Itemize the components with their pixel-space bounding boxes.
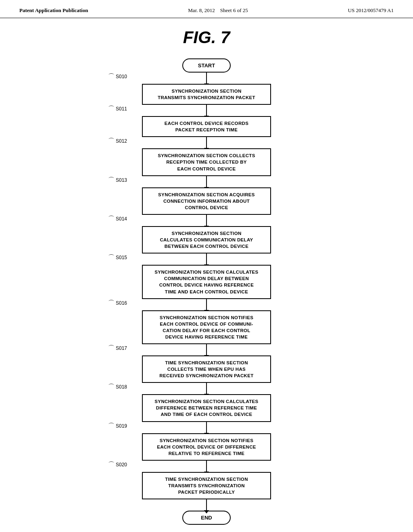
arrow-to-s011: ⌒ S011	[0, 105, 413, 116]
step-s017: TIME SYNCHRONIZATION SECTION COLLECTS TI…	[142, 355, 271, 383]
arrow-to-s013: ⌒ S013	[0, 176, 413, 187]
step-tag-s016: ⌒ S016	[108, 300, 127, 306]
arrow-to-s020: ⌒ S020	[0, 461, 413, 472]
step-tag-s011: ⌒ S011	[108, 106, 127, 112]
arrow-to-s017: ⌒ S017	[0, 344, 413, 355]
step-tag-s020: ⌒ S020	[108, 461, 127, 468]
arrow-to-s010: ⌒ S010	[0, 73, 413, 84]
step-s019: SYNCHRONIZATION SECTION NOTIFIES EACH CO…	[142, 433, 271, 461]
header-patent-number: US 2012/0057479 A1	[348, 7, 394, 14]
step-s020: TIME SYNCHRONIZATION SECTION TRANSMITS S…	[142, 472, 271, 499]
page-header: Patent Application Publication Mar. 8, 2…	[0, 0, 413, 18]
step-tag-s010: ⌒ S010	[108, 73, 127, 80]
step-tag-s017: ⌒ S017	[108, 345, 127, 351]
arrow-to-end	[0, 499, 413, 511]
step-tag-s018: ⌒ S018	[108, 384, 127, 390]
header-date-sheet: Mar. 8, 2012 Sheet 6 of 25	[188, 7, 248, 14]
arrow-to-s012: ⌒ S012	[0, 137, 413, 148]
step-tag-s014: ⌒ S014	[108, 216, 127, 222]
step-s011: EACH CONTROL DEVICE RECORDS PACKET RECEP…	[142, 116, 271, 137]
step-tag-s015: ⌒ S015	[108, 254, 127, 261]
step-s012: SYNCHRONIZATION SECTION COLLECTS RECEPTI…	[142, 148, 271, 176]
start-terminal: START	[182, 58, 231, 73]
arrow-to-s014: ⌒ S014	[0, 215, 413, 226]
step-s014: SYNCHRONIZATION SECTION CALCULATES COMMU…	[142, 226, 271, 254]
step-s016: SYNCHRONIZATION SECTION NOTIFIES EACH CO…	[142, 310, 271, 344]
arrow-to-s018: ⌒ S018	[0, 383, 413, 394]
step-tag-s012: ⌒ S012	[108, 138, 127, 144]
step-tag-s013: ⌒ S013	[108, 177, 127, 183]
arrow-to-s015: ⌒ S015	[0, 254, 413, 265]
step-s018: SYNCHRONIZATION SECTION CALCULATES DIFFE…	[142, 394, 271, 422]
step-s010: SYNCHRONIZATION SECTION TRANSMITS SYNCHR…	[142, 84, 271, 105]
step-s013: SYNCHRONIZATION SECTION ACQUIRES CONNECT…	[142, 187, 271, 215]
step-tag-s019: ⌒ S019	[108, 423, 127, 429]
step-s015: SYNCHRONIZATION SECTION CALCULATES COMMU…	[142, 265, 271, 299]
figure-title: FIG. 7	[0, 28, 413, 47]
flowchart: START ⌒ S010 SYNCHRONIZATION SECTION TRA…	[0, 58, 413, 532]
header-publication: Patent Application Publication	[19, 7, 88, 14]
arrow-to-s019: ⌒ S019	[0, 422, 413, 433]
arrow-to-s016: ⌒ S016	[0, 299, 413, 310]
